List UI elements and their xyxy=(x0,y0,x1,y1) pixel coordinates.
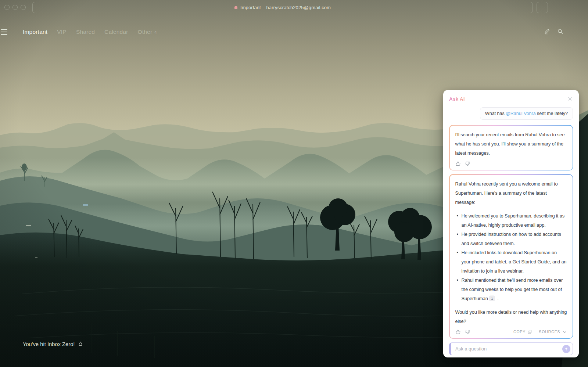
new-tab-button[interactable] xyxy=(537,2,548,13)
window-control-minimize[interactable] xyxy=(12,5,18,10)
question-prefix: What has xyxy=(485,111,506,116)
ask-ai-panel: Ask AI What has @Rahul Vohra sent me lat… xyxy=(443,90,579,357)
response-1-text: I'll search your recent emails from Rahu… xyxy=(455,130,567,158)
window-title-pill[interactable]: Important – harryscratch2025@gmail.com xyxy=(32,2,533,13)
tab-shared[interactable]: Shared xyxy=(76,29,95,35)
menu-icon[interactable] xyxy=(1,29,7,35)
close-icon[interactable] xyxy=(567,96,573,102)
thumbs-up-icon[interactable] xyxy=(455,161,461,166)
tab-other[interactable]: Other4 xyxy=(138,29,157,35)
window-title: Important – harryscratch2025@gmail.com xyxy=(240,5,331,10)
chevron-down-icon xyxy=(562,330,567,334)
flame-icon xyxy=(78,341,83,347)
user-question-bubble: What has @Rahul Vohra sent me lately? xyxy=(480,107,573,120)
window-control-close[interactable] xyxy=(4,5,10,10)
copy-icon xyxy=(527,330,532,334)
bullet-item: Rahul mentioned that he'll send more ema… xyxy=(462,276,567,303)
ai-response-2: Rahul Vohra recently sent you a welcome … xyxy=(449,174,573,339)
search-icon[interactable] xyxy=(557,28,564,35)
response-2-outro: Would you like more details or need help… xyxy=(455,307,567,326)
send-button[interactable] xyxy=(562,345,570,353)
copy-label: COPY xyxy=(513,330,526,334)
tab-bar: ImportantVIPSharedCalendarOther4 xyxy=(23,29,157,35)
ask-question-input[interactable] xyxy=(449,342,573,355)
thumbs-down-icon[interactable] xyxy=(465,329,470,335)
window-control-maximize[interactable] xyxy=(21,5,26,10)
window-titlebar: Important – harryscratch2025@gmail.com xyxy=(0,0,588,15)
copy-button[interactable]: COPY xyxy=(513,330,532,334)
sources-label: SOURCES xyxy=(539,330,560,334)
tab-other-count: 4 xyxy=(154,30,157,35)
bullet-item: He welcomed you to Superhuman, describin… xyxy=(462,211,567,230)
sources-button[interactable]: SOURCES xyxy=(539,330,567,334)
window-controls xyxy=(4,5,26,10)
ask-ai-title: Ask AI xyxy=(449,96,465,102)
citation-badge[interactable]: 1 xyxy=(489,295,495,301)
thumbs-down-icon[interactable] xyxy=(465,161,470,166)
response-2-bullets: He welcomed you to Superhuman, describin… xyxy=(455,211,567,303)
bullet-item: He provided instructions on how to add a… xyxy=(462,230,567,248)
inbox-zero-status: You've hit Inbox Zero! xyxy=(23,341,83,347)
question-suffix: sent me lately? xyxy=(536,111,568,116)
top-nav: ImportantVIPSharedCalendarOther4 xyxy=(0,26,588,37)
tab-vip[interactable]: VIP xyxy=(57,29,67,35)
tab-calendar[interactable]: Calendar xyxy=(104,29,128,35)
response-2-intro: Rahul Vohra recently sent you a welcome … xyxy=(455,179,567,207)
thumbs-up-icon[interactable] xyxy=(455,329,461,335)
compose-icon[interactable] xyxy=(544,28,551,35)
ai-response-1: I'll search your recent emails from Rahu… xyxy=(449,125,573,170)
account-status-dot xyxy=(234,6,237,9)
mention-rahul-vohra[interactable]: @Rahul Vohra xyxy=(506,111,536,116)
bullet-item: He included links to download Superhuman… xyxy=(462,248,567,276)
tab-important[interactable]: Important xyxy=(23,29,47,35)
inbox-zero-text: You've hit Inbox Zero! xyxy=(23,341,75,347)
